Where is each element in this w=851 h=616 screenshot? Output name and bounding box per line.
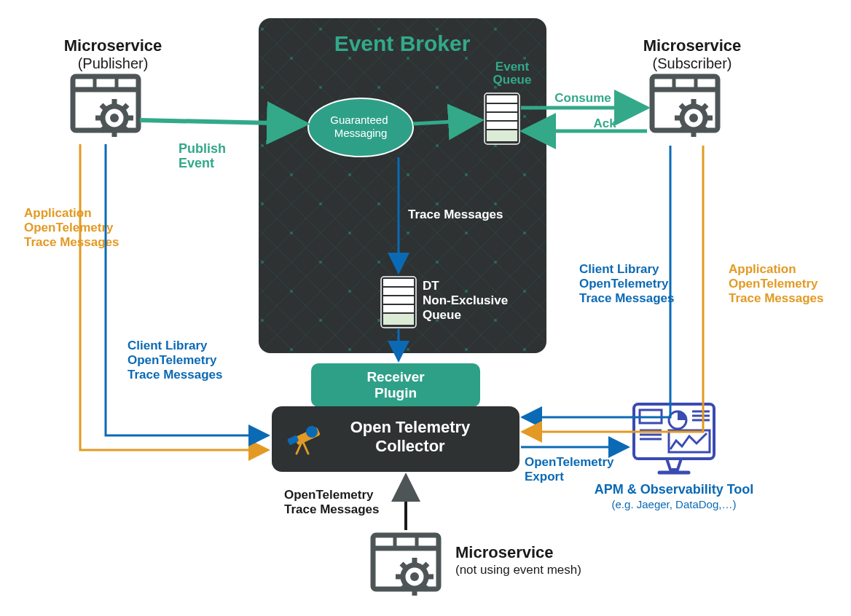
dt-queue-l2: Non-Exclusive <box>423 293 508 307</box>
event-queue-label: EventQueue <box>493 60 532 87</box>
svg-point-56 <box>689 114 698 122</box>
svg-line-55 <box>702 127 707 131</box>
dt-queue-l1: DT <box>423 279 439 293</box>
svg-rect-11 <box>487 104 517 111</box>
edge-client-lib-left <box>106 144 268 435</box>
consume-label: Consume <box>554 91 611 105</box>
apm-tool: APM & Observability Tool (e.g. Jaeger, D… <box>595 404 754 510</box>
svg-rect-12 <box>487 113 517 120</box>
svg-text:Client LibraryOpenTelemetryTra: Client LibraryOpenTelemetryTrace Message… <box>579 262 674 305</box>
svg-line-66 <box>401 564 406 568</box>
dt-queue-l3: Queue <box>423 308 461 322</box>
publisher-title: Microservice <box>64 36 162 55</box>
svg-line-39 <box>123 105 128 109</box>
bottom-microservice: Microservice (not using event mesh) <box>373 535 581 596</box>
svg-line-68 <box>401 585 406 590</box>
server-gear-icon <box>373 535 439 596</box>
server-gear-icon <box>652 76 718 137</box>
svg-text:ApplicationOpenTelemetryTrace : ApplicationOpenTelemetryTrace Messages <box>729 262 823 305</box>
svg-line-54 <box>681 127 685 131</box>
svg-rect-17 <box>383 288 414 295</box>
event-broker-title: Event Broker <box>334 31 471 55</box>
svg-point-42 <box>110 114 119 122</box>
svg-line-67 <box>423 564 428 568</box>
subscriber-subtitle: (Subscriber) <box>653 55 732 71</box>
svg-text:Guaranteed
    Messaging: Guaranteed Messaging <box>330 114 391 139</box>
svg-rect-10 <box>487 95 517 103</box>
svg-rect-13 <box>487 122 517 129</box>
publisher-subtitle: (Publisher) <box>78 55 149 71</box>
apm-title: APM & Observability Tool <box>595 482 754 497</box>
svg-rect-19 <box>383 305 414 312</box>
collector-box: Open TelemetryCollector Open Telemetry C… <box>272 406 519 472</box>
svg-line-52 <box>681 105 685 109</box>
svg-line-38 <box>101 105 106 109</box>
server-gear-icon <box>73 76 138 137</box>
receiver-plugin: ReceiverPlugin Receiver Plugin <box>311 363 480 407</box>
guaranteed-messaging-node: Guaranteed Messaging Guaranteed Messagin… <box>308 98 413 157</box>
svg-text:ReceiverPlugin: ReceiverPlugin <box>366 369 425 400</box>
apm-subtitle: (e.g. Jaeger, DataDog,…) <box>612 498 737 510</box>
subscriber: Microservice (Subscriber) <box>643 36 742 137</box>
svg-text:Client LibraryOpenTelemetryTra: Client LibraryOpenTelemetryTrace Message… <box>128 339 222 382</box>
edge-app-otel-left <box>80 144 268 450</box>
svg-line-53 <box>702 105 707 109</box>
bottom-ms-title: Microservice <box>455 543 554 561</box>
svg-rect-16 <box>383 279 414 286</box>
svg-line-41 <box>123 127 128 131</box>
svg-rect-18 <box>383 296 414 304</box>
svg-point-70 <box>410 572 419 581</box>
gm-label-l2: Messaging <box>334 127 388 139</box>
svg-point-28 <box>306 426 318 438</box>
trace-msgs-label: Trace Messages <box>408 208 503 221</box>
gm-label-l1: Guaranteed <box>330 114 388 126</box>
bottom-ms-subtitle: (not using event mesh) <box>455 563 581 577</box>
svg-line-40 <box>101 127 106 131</box>
svg-text:OpenTelemetryTrace Messages: OpenTelemetryTrace Messages <box>284 488 379 516</box>
subscriber-title: Microservice <box>643 36 742 55</box>
ack-label: Ack <box>593 117 616 130</box>
svg-line-69 <box>423 585 428 590</box>
svg-rect-14 <box>487 130 517 141</box>
svg-rect-20 <box>383 314 414 325</box>
svg-text:OpenTelemetryExport: OpenTelemetryExport <box>525 455 614 483</box>
svg-text:PublishEvent: PublishEvent <box>179 141 226 170</box>
